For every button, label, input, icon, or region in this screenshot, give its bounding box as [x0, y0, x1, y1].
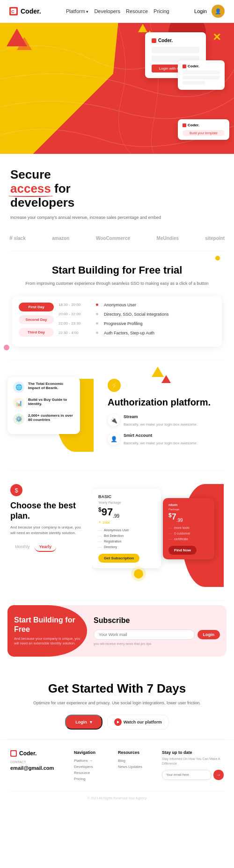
feature-dir: Directory [98, 545, 154, 549]
dot-3 [96, 321, 98, 326]
hero-text: Secure access for developers Increase yo… [0, 154, 234, 228]
get-started-btns: Login ▾ Watch our platform [10, 715, 224, 730]
pricing-badge: $ [10, 484, 22, 496]
nav-developers[interactable]: Developers [94, 8, 120, 14]
card-small2-btn[interactable]: Build your template [183, 130, 225, 136]
cta-login-btn[interactable]: Login [197, 630, 220, 639]
day-btn-3[interactable]: Third Day [19, 328, 54, 337]
toggle-yearly[interactable]: Yearly [35, 542, 57, 552]
hero-heading-line1: Secure [10, 167, 51, 181]
footer-blog[interactable]: Blog [118, 759, 154, 763]
cta-email-input[interactable] [94, 629, 195, 640]
plan-prem-price: $7.99 [168, 513, 209, 523]
pricing-card-premium: nium Package $7.99 more tools 0 customer… [163, 498, 214, 559]
footer-sub-form: → [162, 770, 224, 780]
hero-description: Increase your company's annual revenue, … [10, 215, 224, 221]
nav-pricing[interactable]: Pricing [154, 8, 169, 14]
footer-logo: Coder. [10, 750, 66, 757]
footer-news[interactable]: News Updates [118, 765, 154, 769]
free-trial-section: Start Building for Free trial From impro… [0, 251, 234, 360]
auth-title: Authorization platform. [108, 397, 226, 408]
auth-feature-2: 👤 Smirt Account Basically, we make your … [108, 433, 226, 446]
footer-brand-name: Coder. [19, 750, 37, 757]
event-2: Directory, SSO, Social Integrations [104, 312, 168, 317]
card-small2-title: Coder. [188, 123, 199, 127]
hero-heading-accent: access [10, 182, 51, 196]
footer: Coder. CONTACT email@gmail.com Navigatio… [0, 739, 234, 805]
timeline-row-3: 22:00 - 23:30 Progressive Profiling [58, 321, 215, 326]
nav-logo[interactable]: C Coder. [9, 7, 41, 15]
feature-reg: Registration [98, 539, 154, 543]
plan-basic-cta[interactable]: Get Subscription [98, 554, 139, 563]
card-small2-logo: Coder. [183, 123, 225, 127]
play-icon [114, 718, 122, 726]
logo-icon: C [9, 7, 18, 15]
cta-left-title: Start Building for Free [14, 615, 80, 633]
prem-feat-1: more tools [168, 526, 209, 530]
nav-resource[interactable]: Resource [126, 8, 148, 14]
pricing-right: BASIC Yearly Package $97.99 ☀ 398K Anony… [92, 484, 224, 587]
auth-card-title-1: The Total Economic Impact of Bearik. [28, 382, 74, 390]
plan-prem-name: nium [168, 503, 209, 507]
footer-nav-developers[interactable]: Developers [74, 765, 110, 769]
footer-contact-label: CONTACT [10, 760, 66, 764]
get-started-subtitle: Optimize for user experience and privacy… [10, 700, 224, 707]
footer-logo-icon [10, 750, 17, 757]
footer-nav-pricing[interactable]: Pricing [74, 777, 110, 781]
event-1: Anonymous User [104, 303, 136, 307]
auth-card-title-2: Build vs Buy Guide to Identity. [28, 398, 74, 406]
nav-platform[interactable]: Platform [66, 8, 88, 14]
footer-nav-platform[interactable]: Platform → [74, 759, 110, 763]
auth-feature-1: 🔌 Stream Basically, we make your login b… [108, 414, 226, 427]
cta-form: Login [94, 629, 220, 640]
free-trial-subtitle: From improving customer experience throu… [10, 281, 224, 287]
plan-prem-cta[interactable]: Find Now [168, 546, 197, 555]
get-started-title: Get Started With 7 Days [10, 682, 224, 695]
footer-subscribe-btn[interactable]: → [213, 770, 224, 780]
card-line-1 [183, 71, 220, 74]
card-line-3 [183, 81, 205, 85]
gear-icon: ⚙️ [13, 413, 24, 425]
user-circle-icon: 👤 [108, 433, 120, 445]
toggle-monthly[interactable]: Monthly [10, 542, 35, 552]
auth-right: ⚡ Authorization platform. 🔌 Stream Basic… [94, 369, 234, 461]
nav-right: Login 👤 [194, 5, 225, 18]
footer-nav-col: Navigation Platform → Developers Resourc… [74, 750, 110, 783]
card-main-title: Coder. [158, 38, 173, 43]
auth-card-row-2: 📊 Build vs Buy Guide to Identity. [13, 398, 74, 409]
footer-copyright: © 2023 All Rights Reserved Your Agency [88, 796, 147, 800]
day-btn-2[interactable]: Second Day [19, 315, 54, 324]
card-small-icon [183, 65, 186, 68]
slack-icon: # [9, 235, 13, 241]
day-btn-1[interactable]: First Day [19, 303, 54, 311]
footer-email: email@gmail.com [10, 765, 66, 771]
nav-links: Platform Developers Resource Pricing [66, 8, 169, 14]
free-trial-title: Start Building for Free trial [10, 264, 224, 276]
user-avatar[interactable]: 👤 [212, 5, 225, 18]
login-link[interactable]: Login [194, 8, 207, 14]
dot-2 [96, 312, 98, 317]
footer-nav-resource[interactable]: Resource [74, 771, 110, 775]
footer-email-input[interactable] [162, 770, 212, 780]
cta-left-desc: And because your company is unique, you … [14, 637, 80, 646]
footer-nav-title: Navigation [74, 750, 110, 755]
yellow-dot-deco-1 [215, 256, 220, 260]
feature-2-title: Smirt Account [124, 433, 197, 438]
logos-section: # slack amazon WooCommerce MeUndies site… [0, 228, 234, 251]
gs-login-btn[interactable]: Login ▾ [65, 715, 102, 730]
prem-feat-3: certificate [168, 537, 209, 541]
footer-subscribe: Stay up to date Stay Informed On How You… [162, 750, 224, 783]
footer-bottom: © 2023 All Rights Reserved Your Agency [10, 791, 224, 800]
hero-card-small-1: Coder. [178, 60, 225, 90]
auth-card-row-1: 🌐 The Total Economic Impact of Bearik. [13, 382, 74, 393]
card-line-2 [183, 76, 220, 80]
feature-1-title: Stream [124, 414, 197, 419]
feature-2-desc: Basically, we make your login box awesom… [124, 441, 197, 445]
chart-icon: 📊 [13, 398, 24, 409]
logo-woocommerce: WooCommerce [96, 236, 130, 241]
timeline-days: First Day Second Day Third Day [19, 303, 54, 340]
footer-top: Coder. CONTACT email@gmail.com Navigatio… [10, 750, 224, 783]
gs-watch-btn[interactable]: Watch our platform [107, 715, 169, 730]
card-small2-icon [183, 123, 186, 127]
cta-right-title: Subscribe [94, 616, 220, 625]
